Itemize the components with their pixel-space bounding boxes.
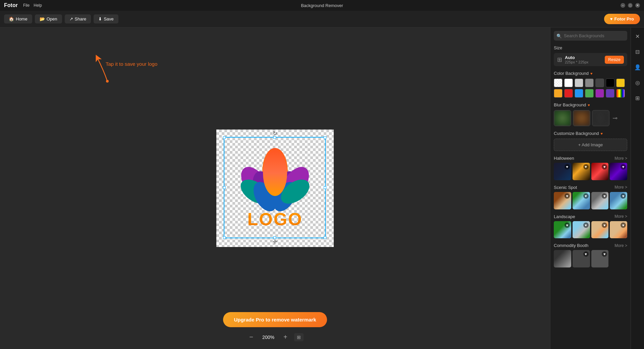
handle-top-right[interactable] [324, 136, 326, 139]
close-button[interactable]: ✕ [635, 3, 640, 8]
commodity-fav-2[interactable]: ♥ [583, 251, 589, 257]
commodity-item-2[interactable]: ♥ [573, 250, 590, 267]
share-button[interactable]: ↗ Share [65, 14, 91, 23]
fotor-pro-button[interactable]: ♥ Fotor Pro [604, 14, 640, 24]
landscape-title: Landscape [554, 214, 575, 219]
color-dark-gray[interactable] [595, 79, 604, 87]
color-red[interactable] [564, 89, 573, 98]
landscape-fav-3[interactable]: ♥ [602, 222, 607, 228]
menu-help[interactable]: Help [34, 3, 42, 8]
landscape-item-1[interactable]: ♥ [554, 221, 571, 239]
favorite-icon-2[interactable]: ♥ [583, 164, 589, 169]
move-handle[interactable]: ✛ [273, 239, 277, 245]
annotation: Tap it to save your logo [87, 51, 114, 85]
scenic-fav-3[interactable]: ♥ [602, 193, 607, 199]
toolbar-left: 🏠 Home 📂 Open ↗ Share ⬇ Save [4, 14, 118, 23]
halloween-more[interactable]: More > [614, 156, 627, 161]
color-orange[interactable] [554, 89, 562, 98]
home-button[interactable]: 🏠 Home [4, 14, 32, 23]
scenic-item-3[interactable]: ♥ [591, 192, 609, 209]
search-input[interactable] [554, 31, 627, 41]
layers-icon[interactable]: ⊞ [632, 93, 643, 103]
handle-top-left[interactable] [223, 136, 226, 139]
upgrade-button[interactable]: Upgrade Pro to remove watermark [223, 312, 327, 327]
scenic-fav-2[interactable]: ♥ [583, 193, 589, 199]
scenic-fav-4[interactable]: ♥ [621, 193, 626, 199]
zoom-in-button[interactable]: + [281, 332, 290, 342]
halloween-item-2[interactable]: ♥ [573, 163, 590, 180]
minimize-button[interactable]: − [621, 3, 625, 8]
close-panel-icon[interactable]: ✕ [632, 31, 643, 42]
scenic-item-4[interactable]: ♥ [610, 192, 627, 209]
color-gray[interactable] [585, 79, 594, 87]
canvas-background[interactable]: LOGO [216, 130, 334, 247]
annotation-text: Tap it to save your logo [106, 61, 157, 67]
blur-option-1[interactable] [554, 110, 571, 126]
pro-heart-icon: ♥ [590, 71, 593, 76]
menu-file[interactable]: File [23, 3, 30, 8]
blur-section: Blur Background ♥ ⊸ [554, 102, 627, 126]
rotate-handle[interactable]: ↻ [273, 130, 277, 137]
blur-slider-icon[interactable]: ⊸ [612, 114, 618, 122]
fit-screen-button[interactable]: ⊞ [294, 333, 304, 341]
color-purple[interactable] [595, 89, 604, 98]
landscape-fav-4[interactable]: ♥ [621, 222, 626, 228]
favorite-icon-3[interactable]: ♥ [602, 164, 607, 169]
favorite-icon-4[interactable]: ♥ [621, 164, 626, 169]
title-bar: Fotor File Help Background Remover − □ ✕ [0, 0, 644, 11]
maximize-button[interactable]: □ [628, 3, 633, 8]
scenic-fav-1[interactable]: ♥ [565, 193, 570, 199]
handle-bottom-left[interactable] [223, 236, 226, 239]
save-icon: ⬇ [98, 16, 102, 21]
color-violet[interactable] [606, 89, 614, 98]
canvas-container: LOGO [149, 101, 401, 276]
handle-bottom-right[interactable] [324, 236, 326, 239]
handle-mid-right[interactable] [324, 186, 326, 189]
commodity-header: Commodity Booth More > [554, 243, 627, 248]
scenic-more[interactable]: More > [614, 185, 627, 190]
resize-button[interactable]: Resize [605, 56, 624, 64]
commodity-fav-3[interactable]: ♥ [602, 251, 607, 257]
scenic-header: Scenic Spot More > [554, 185, 627, 190]
color-green[interactable] [585, 89, 594, 98]
color-blue[interactable] [575, 89, 583, 98]
size-row: ⊞ Auto 225px * 225px Resize [554, 53, 627, 66]
app-logo: Fotor [4, 2, 18, 8]
open-button[interactable]: 📂 Open [35, 14, 62, 23]
halloween-item-1[interactable]: ♥ [554, 163, 571, 180]
commodity-item-3[interactable]: ♥ [591, 250, 609, 267]
zoom-out-button[interactable]: − [247, 332, 256, 342]
blur-option-2[interactable] [573, 110, 590, 126]
handle-bottom-mid[interactable] [273, 236, 276, 239]
color-light-gray[interactable] [575, 79, 583, 87]
save-button[interactable]: ⬇ Save [94, 14, 118, 23]
halloween-item-4[interactable]: ♥ [610, 163, 627, 180]
favorite-icon-1[interactable]: ♥ [565, 164, 570, 169]
color-white[interactable] [564, 79, 573, 87]
color-yellow[interactable] [616, 79, 625, 87]
landscape-item-4[interactable]: ♥ [610, 221, 627, 239]
add-image-button[interactable]: + Add Image [554, 139, 627, 151]
handle-mid-left[interactable] [223, 186, 226, 189]
scenic-item-1[interactable]: ♥ [554, 192, 571, 209]
halloween-item-3[interactable]: ♥ [591, 163, 609, 180]
blur-option-3[interactable] [592, 110, 609, 126]
color-black[interactable] [606, 79, 614, 87]
landscape-item-3[interactable]: ♥ [591, 221, 609, 239]
grid-icon[interactable]: ⊟ [632, 46, 643, 57]
scenic-grid: ♥ ♥ ♥ ♥ [554, 192, 627, 209]
color-transparent[interactable] [554, 79, 562, 87]
person-icon[interactable]: 👤 [632, 62, 643, 72]
landscape-fav-2[interactable]: ♥ [583, 222, 589, 228]
svg-point-0 [106, 80, 109, 83]
landscape-more[interactable]: More > [614, 214, 627, 219]
customize-section: Customize Background ♥ + Add Image [554, 131, 627, 151]
landscape-fav-1[interactable]: ♥ [565, 222, 570, 228]
landscape-item-2[interactable]: ♥ [573, 221, 590, 239]
shapes-icon[interactable]: ◎ [632, 77, 643, 88]
color-rainbow[interactable] [616, 89, 625, 98]
scenic-item-2[interactable]: ♥ [573, 192, 590, 209]
handle-top-mid[interactable] [273, 136, 276, 139]
commodity-item-1[interactable] [554, 250, 571, 267]
commodity-more[interactable]: More > [614, 243, 627, 248]
